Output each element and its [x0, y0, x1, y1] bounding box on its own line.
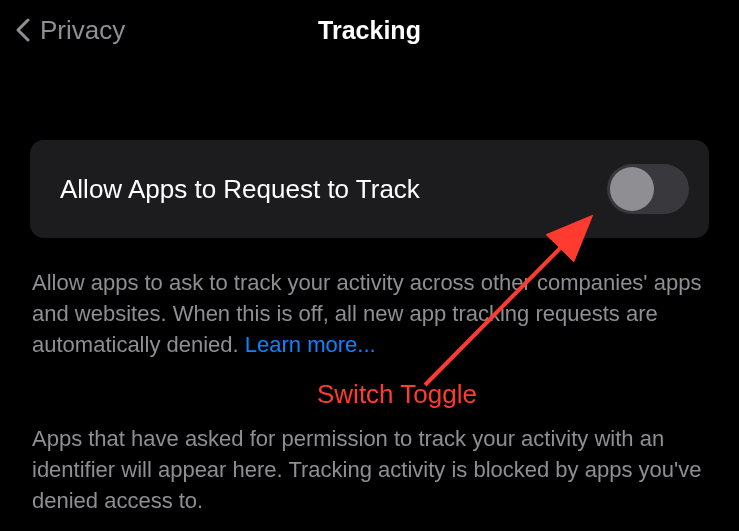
back-label: Privacy [40, 15, 125, 46]
header: Privacy Tracking [0, 0, 739, 60]
allow-tracking-toggle[interactable] [607, 164, 689, 214]
content: Allow Apps to Request to Track Allow app… [0, 140, 739, 517]
allow-tracking-row: Allow Apps to Request to Track [30, 140, 709, 238]
learn-more-link[interactable]: Learn more... [245, 332, 376, 357]
toggle-thumb [610, 167, 654, 211]
chevron-left-icon [16, 17, 32, 43]
setting-label: Allow Apps to Request to Track [60, 174, 420, 205]
tracking-description: Allow apps to ask to track your activity… [30, 268, 709, 360]
tracking-apps-description: Apps that have asked for permission to t… [30, 424, 709, 516]
back-button[interactable]: Privacy [16, 15, 125, 46]
